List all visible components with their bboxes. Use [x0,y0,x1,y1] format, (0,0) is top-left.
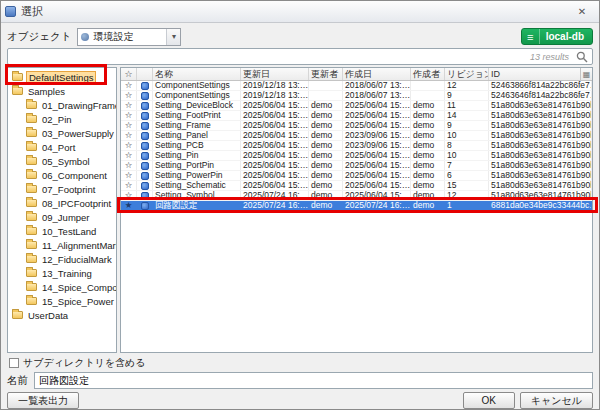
table-row[interactable]: ☆Setting_PowerPin2025/06/04 15:…demo2025… [121,171,592,181]
column-header-更新日[interactable]: 更新日 [241,68,309,80]
subdirectory-checkbox[interactable] [9,358,19,368]
close-icon[interactable]: ✕ [569,4,595,20]
tree-item-01_DrawingFrame[interactable]: 01_DrawingFrame [8,98,116,112]
star-icon[interactable]: ☆ [121,131,137,140]
tree-item-label: 08_IPCFootprint [40,198,113,209]
updated-cell: 2019/12/18 13:… [241,81,309,90]
item-icon-cell [137,91,153,100]
column-header-col1[interactable] [137,68,153,80]
tree-item-02_Pin[interactable]: 02_Pin [8,112,116,126]
table-row[interactable]: ☆Setting_PortPin2025/06/04 15:…demo2025/… [121,161,592,171]
updated-cell: 2025/06/04 15:… [241,131,309,140]
search-icon[interactable] [575,50,589,64]
star-icon[interactable]: ☆ [121,141,137,150]
star-icon[interactable]: ☆ [121,171,137,180]
table-row[interactable]: ☆Setting_DeviceBlock2025/06/04 15:…demo2… [121,101,592,111]
tree-item-label: 05_Symbol [40,156,92,167]
id-cell: 51a80d63e63e814761b90b2c… [489,161,592,170]
updated-cell: 2025/06/04 15:… [241,151,309,160]
tree-item-09_Jumper[interactable]: 09_Jumper [8,210,116,224]
tree-item-UserData[interactable]: UserData [8,308,116,322]
tree-item-10_TestLand[interactable]: 10_TestLand [8,224,116,238]
column-header-ID[interactable]: ID [489,68,592,80]
table-row[interactable]: ☆Setting_Symbol2025/07/24 16:…demo2025/0… [121,191,592,201]
item-icon [141,172,149,180]
table-row[interactable]: ☆Setting_Schematic2025/06/04 15:…demo202… [121,181,592,191]
id-cell: 51a80d63e63e814761b90b2c… [489,151,592,160]
column-header-作成日[interactable]: 作成日 [343,68,411,80]
search-input[interactable] [11,50,530,63]
item-icon-cell [137,81,153,90]
tree-item-07_Footprint[interactable]: 07_Footprint [8,182,116,196]
folder-icon [26,283,37,291]
star-icon[interactable]: ☆ [121,121,137,130]
star-icon[interactable]: ☆ [121,111,137,120]
name-field[interactable] [34,372,593,389]
updated-cell: 2025/06/04 15:… [241,181,309,190]
folder-icon [26,269,37,277]
db-button-label: local-db [546,31,584,42]
item-icon [141,112,149,120]
export-list-button[interactable]: 一覧表出力 [7,392,79,409]
local-db-button[interactable]: ≡ local-db [521,28,593,45]
star-icon[interactable]: ☆ [121,181,137,190]
star-icon[interactable]: ☆ [121,91,137,100]
cancel-button[interactable]: キャンセル [520,392,593,409]
toolbar: オブジェクト 環境設定 ▾ ≡ local-db [7,27,593,46]
column-header-更新者[interactable]: 更新者 [309,68,343,80]
tree-item-03_PowerSupply[interactable]: 03_PowerSupply [8,126,116,140]
id-cell: 51a80d63e63e814761b90b2c… [489,191,592,200]
id-cell: 6881da0e34be9c33444bc… [489,201,592,210]
tree-item-04_Port[interactable]: 04_Port [8,140,116,154]
object-type-select[interactable]: 環境設定 ▾ [77,28,181,46]
tree-item-15_Spice_Power[interactable]: 15_Spice_Power [8,294,116,308]
tree-item-14_Spice_Component[interactable]: 14_Spice_Component [8,280,116,294]
table-row[interactable]: ☆ComponentSettings2019/12/18 13:…2018/06… [121,81,592,91]
tree-item-13_Training[interactable]: 13_Training [8,266,116,280]
chevron-down-icon[interactable]: ▾ [166,29,180,45]
item-icon [141,142,149,150]
tree-item-11_AlignmentMark[interactable]: 11_AlignmentMark [8,238,116,252]
tree-item-08_IPCFootprint[interactable]: 08_IPCFootprint [8,196,116,210]
star-icon[interactable]: ☆ [121,101,137,110]
column-header-名称[interactable]: 名称 [153,68,241,80]
tree-item-DefaultSettings[interactable]: DefaultSettings [8,70,116,84]
tree-item-label: 09_Jumper [40,212,92,223]
tree-item-Samples[interactable]: Samples [8,84,116,98]
column-options-icon[interactable]: ▦ [580,68,592,81]
table-row[interactable]: ☆Setting_Frame2025/06/04 15:…demo2025/06… [121,121,592,131]
revision-cell: 12 [445,191,489,200]
ok-button[interactable]: OK [463,392,515,409]
created-cell: 2025/06/04 15:… [343,191,411,200]
tree-item-06_Component[interactable]: 06_Component [8,168,116,182]
tree-item-05_Symbol[interactable]: 05_Symbol [8,154,116,168]
item-icon [141,192,149,200]
subdirectory-option: サブディレクトリを含める [9,356,146,370]
id-cell: 52463646f814a22bc86fe7… [489,91,592,100]
table-row[interactable]: ☆ComponentSettings2019/12/18 13:…2018/06… [121,91,592,101]
updated-cell: 2025/07/24 16:… [241,201,309,210]
column-header-☆[interactable]: ☆ [121,68,137,80]
folder-icon [26,297,37,305]
table-row[interactable]: ☆Setting_Pin2025/06/04 15:…demo2025/06/0… [121,151,592,161]
created-cell: 2025/06/04 15:… [343,161,411,170]
star-icon[interactable]: ☆ [121,81,137,90]
column-header-作成者[interactable]: 作成者 [411,68,445,80]
created-cell: 2025/07/24 16:… [343,201,411,210]
table-row[interactable]: ☆Setting_FootPrint2025/06/04 15:…demo202… [121,111,592,121]
column-header-リビジョン[interactable]: リビジョン [445,68,489,80]
tree-item-12_FiducialMark[interactable]: 12_FiducialMark [8,252,116,266]
table-header-row: ☆名称更新日更新者作成日作成者リビジョンID [121,68,592,81]
tree-item-label: 12_FiducialMark [40,254,114,265]
star-icon[interactable]: ☆ [121,151,137,160]
table-row[interactable]: ☆Setting_PCB2025/06/04 15:…demo2023/09/0… [121,141,592,151]
star-icon[interactable]: ★ [121,201,137,210]
table-row[interactable]: ☆Setting_Panel2025/06/04 15:…demo2023/09… [121,131,592,141]
name-cell: Setting_PowerPin [153,171,241,180]
revision-cell: 12 [445,81,489,90]
star-icon[interactable]: ☆ [121,161,137,170]
updated-cell: 2025/06/04 15:… [241,101,309,110]
table-row[interactable]: ★回路図設定2025/07/24 16:…demo2025/07/24 16:…… [121,201,592,211]
star-icon[interactable]: ☆ [121,191,137,200]
selection-dialog: 選択 ✕ オブジェクト 環境設定 ▾ ≡ local-db 13 results… [0,0,600,410]
